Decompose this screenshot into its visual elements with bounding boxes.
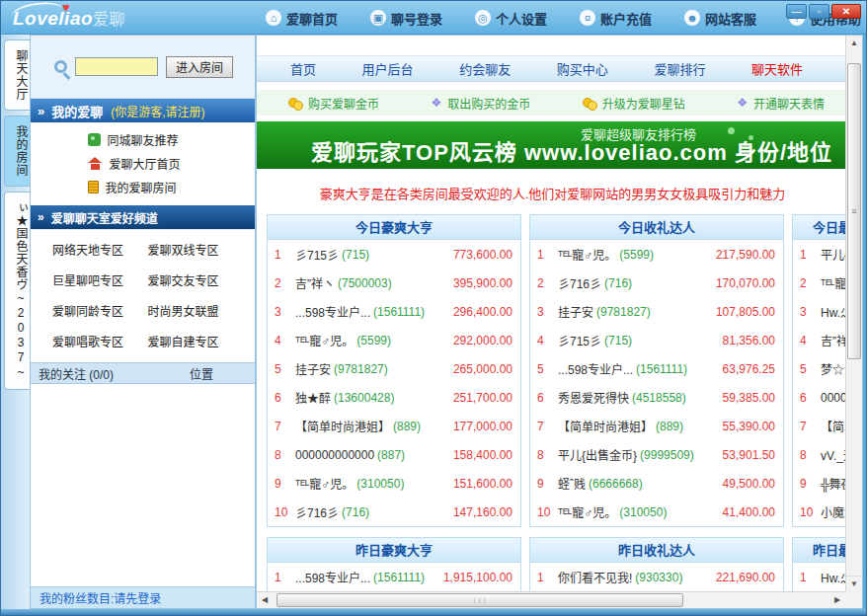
amount-value: 773,600.00 (453, 248, 512, 262)
user-name[interactable]: 挂子安 (558, 303, 593, 320)
user-name[interactable]: ᵀᴱᴸ寵♂児。 (558, 246, 616, 263)
left-tab-0[interactable]: 聊天大厅 (4, 39, 30, 111)
board-rows: 1Hw.尐啪 (793, 563, 848, 591)
user-name[interactable]: 独★醉 (295, 389, 331, 406)
rank-number: 3 (800, 305, 821, 319)
board-row: 3...598专业户...(1561111)296,400.00 (268, 297, 520, 326)
user-name[interactable]: ...598专业户... (558, 360, 633, 377)
channel-link[interactable]: 爱聊唱歌专区 (52, 333, 148, 349)
titlebar-nav-service[interactable]: ☻网站客服 (684, 9, 756, 28)
user-name[interactable]: 彡716彡 (295, 503, 339, 520)
channel-link[interactable]: 网络天地专区 (52, 241, 148, 258)
quick-link[interactable]: ❖开通聊天表情 (737, 95, 825, 112)
scroll-right-arrow[interactable]: ▶ (829, 592, 845, 608)
user-name[interactable]: Hw.尐啪 (821, 569, 848, 585)
room-search-input[interactable] (75, 57, 158, 76)
minimize-button[interactable]: — (786, 4, 807, 19)
scroll-down-arrow[interactable]: ▼ (846, 576, 862, 591)
user-name[interactable]: 你们看不见我! (558, 569, 632, 585)
user-name[interactable]: 吉”祥ヽ (821, 332, 848, 348)
vertical-scroll-thumb[interactable] (847, 63, 861, 359)
quick-link[interactable]: 购买爱聊金币 (288, 95, 379, 112)
board-row: 3挂子安(9781827)107,805.00 (530, 297, 783, 326)
sidebar-link[interactable]: 同城聊友推荐 (88, 131, 198, 148)
vertical-scrollbar: ▲ ▼ (845, 36, 862, 591)
rank-number: 6 (275, 391, 295, 405)
titlebar-nav-home[interactable]: ⌂爱聊首页 (266, 9, 338, 28)
channel-link[interactable]: 爱聊交友专区 (148, 271, 244, 288)
titlebar-nav-login[interactable]: ▣聊号登录 (370, 9, 442, 28)
user-name[interactable]: 【简单时尚港姐】 (558, 418, 653, 434)
user-id: (5599) (619, 248, 654, 262)
user-name[interactable]: 000000000000 (295, 448, 374, 462)
board-row: 4彡715彡(715)81,356.00 (530, 326, 783, 354)
scroll-left-arrow[interactable]: ◀ (257, 592, 273, 608)
board-row: 2吉”祥ヽ(7500003)395,900.00 (268, 269, 520, 297)
user-name[interactable]: ...598专业户... (295, 303, 370, 320)
user-id: (310050) (619, 505, 667, 519)
user-name[interactable]: ᵀᴱᴸ寵♂児。 (295, 475, 354, 492)
rank-number: 1 (275, 571, 295, 584)
user-name[interactable]: 平儿{出售金币} (558, 446, 637, 463)
horizontal-scroll-thumb[interactable] (276, 593, 683, 607)
channel-link[interactable]: 时尚男女联盟 (148, 302, 244, 319)
main-tab-5[interactable]: 聊天软件 (751, 59, 803, 78)
board-rows: 1你们看不见我!(930330)221,690.00 (530, 563, 783, 591)
main-tab-2[interactable]: 约会聊友 (459, 59, 511, 78)
left-tab-2[interactable]: ぃ★国色天香ヴ~2037~ (4, 192, 30, 390)
rank-number: 1 (537, 248, 558, 262)
diamond-icon: ❖ (431, 97, 441, 109)
user-name[interactable]: ᵀᴱᴸ寵♂児。 (558, 503, 616, 520)
follow-list-empty (31, 384, 255, 586)
close-button[interactable]: ✕ (831, 4, 861, 19)
amount-value: 147,160.00 (453, 505, 512, 519)
titlebar-nav-recharge[interactable]: ¤账户充值 (580, 9, 652, 28)
room-icon (88, 181, 99, 193)
user-name[interactable]: 【简单时 (821, 418, 848, 434)
user-name[interactable]: 吉”祥ヽ (295, 274, 335, 291)
main-tab-3[interactable]: 购买中心 (557, 59, 608, 78)
channel-link[interactable]: 爱聊双线专区 (148, 241, 244, 258)
amount-value: 265,000.00 (453, 362, 512, 376)
user-name[interactable]: 【简单时尚港姐】 (295, 418, 390, 434)
board-row: 9╬舞夜【 (793, 469, 848, 498)
recharge-icon: ¤ (580, 10, 595, 26)
user-name[interactable]: vV._天天 (821, 446, 848, 463)
user-name[interactable]: 小魔女 (821, 503, 848, 520)
sidebar-link[interactable]: 爱聊大厅首页 (88, 155, 198, 172)
fans-status-bar[interactable]: 我的粉丝数目:请先登录 (31, 586, 255, 608)
user-name[interactable]: ᵀᴱᴸ寵♂児 (821, 274, 848, 291)
user-name[interactable]: 平儿{出售 (821, 246, 848, 263)
maximize-button[interactable]: ▫ (809, 4, 829, 19)
user-name[interactable]: 蛏ˆ贱 (558, 475, 586, 492)
channel-link[interactable]: 爱聊同龄专区 (52, 302, 148, 319)
user-name[interactable]: Hw.尐啪 (821, 303, 848, 320)
channel-link[interactable]: 巨星聊吧专区 (52, 271, 148, 288)
user-name[interactable]: ᵀᴱᴸ寵♂児。 (295, 332, 354, 348)
chevrons-icon: » (38, 104, 44, 118)
main-tab-4[interactable]: 爱聊排行 (654, 59, 705, 78)
rank-notice-text: 豪爽大亨是在各类房间最受欢迎的人.他们对爱聊网站的男男女女极具吸引力和魅力 (257, 184, 848, 202)
quick-link[interactable]: ❖取出购买的金币 (431, 95, 530, 112)
titlebar-nav: ⌂爱聊首页▣聊号登录◎个人设置¤账户充值☻网站客服?使用帮助 (266, 1, 861, 35)
sidebar-link[interactable]: 我的爱聊房间 (88, 179, 198, 195)
user-name[interactable]: 挂子安 (295, 360, 331, 377)
main-tab-1[interactable]: 用户后台 (362, 59, 414, 78)
quick-link[interactable]: 升级为爱聊星钻 (583, 95, 685, 112)
enter-room-button[interactable]: 进入房间 (166, 56, 233, 78)
guest-register-note[interactable]: (你是游客,请注册) (111, 103, 204, 119)
titlebar-nav-settings[interactable]: ◎个人设置 (475, 9, 547, 28)
user-name[interactable]: 彡716彡 (558, 274, 601, 291)
user-name[interactable]: 梦☆涵 (821, 360, 848, 377)
user-name[interactable]: 秀恩爱死得快 (558, 389, 629, 406)
home-icon: ⌂ (266, 10, 281, 26)
left-tab-1[interactable]: 我的房间 (4, 116, 30, 187)
user-name[interactable]: ╬舞夜【 (821, 475, 848, 492)
main-tab-0[interactable]: 首页 (290, 59, 316, 78)
user-name[interactable]: ...598专业户... (295, 569, 370, 585)
user-name[interactable]: 00000000 (821, 391, 848, 405)
channel-link[interactable]: 爱聊自建专区 (148, 333, 244, 349)
user-name[interactable]: 彡715彡 (295, 246, 339, 263)
user-name[interactable]: 彡715彡 (558, 332, 601, 348)
scroll-up-arrow[interactable]: ▲ (846, 36, 862, 51)
